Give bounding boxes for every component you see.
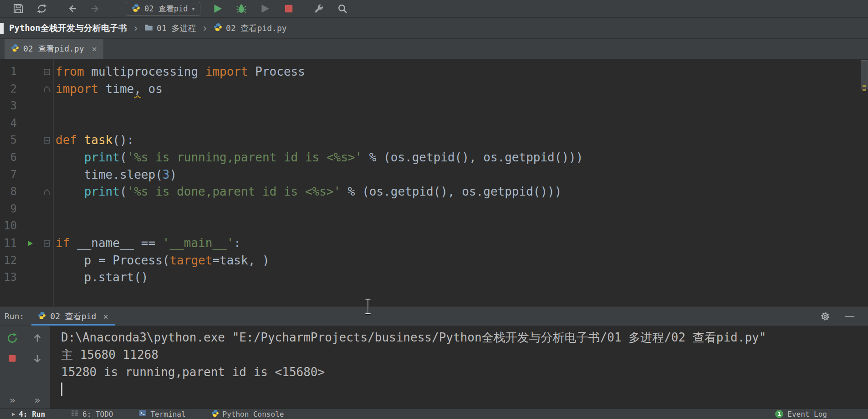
editor[interactable]: 1from multiprocessing import Process2imp… [0, 59, 868, 306]
line-number[interactable]: 8 [0, 183, 20, 201]
line-number[interactable]: 4 [0, 115, 20, 132]
debug-button[interactable] [235, 2, 248, 15]
code-line[interactable]: 13 p.start() [0, 269, 868, 286]
breadcrumb-folder[interactable]: 01 多进程 [144, 23, 196, 34]
warning-stripe-mark[interactable] [863, 85, 866, 87]
code-text[interactable]: print('%s is done,parent id is <%s>' % (… [54, 183, 562, 201]
console-line[interactable]: 主 15680 11268 [61, 346, 868, 363]
code-line[interactable]: 1from multiprocessing import Process [0, 63, 868, 81]
minimize-button[interactable]: — [843, 310, 856, 323]
run-line-icon[interactable] [20, 235, 40, 252]
code-text[interactable]: p = Process(target=task, ) [54, 252, 270, 269]
line-number[interactable]: 13 [0, 269, 20, 286]
console-caret-line[interactable] [61, 381, 868, 398]
code-text[interactable]: print('%s is running,parent id is <%s>' … [54, 149, 583, 166]
event-log-area[interactable]: 1 Event Log [775, 410, 827, 419]
breadcrumb-project[interactable]: Python全栈开发与分析电子书 [9, 22, 127, 34]
code-text[interactable] [54, 201, 56, 218]
editor-tab[interactable]: 02 查看pid.py × [5, 39, 103, 59]
code-line[interactable]: 5def task(): [0, 132, 868, 149]
run-button[interactable] [211, 2, 224, 15]
code-line[interactable]: 12 p = Process(target=task, ) [0, 252, 868, 269]
line-number[interactable]: 3 [0, 98, 20, 115]
console-output[interactable]: D:\Anaconda3\python.exe "E:/PycharmProje… [50, 326, 868, 409]
fold-start-icon[interactable] [40, 63, 54, 81]
warning-stripe-mark[interactable] [863, 89, 866, 91]
settings-wrench-button[interactable] [312, 2, 325, 15]
run-panel-title: Run: [0, 311, 31, 321]
line-number[interactable]: 12 [0, 252, 20, 269]
run-coverage-button[interactable] [259, 2, 271, 15]
code-text[interactable]: time.sleep(3) [54, 166, 177, 184]
code-token [77, 133, 84, 147]
code-text[interactable]: p.start() [54, 269, 148, 286]
fold-space [40, 269, 54, 286]
more-actions-chevron[interactable]: » [10, 394, 15, 406]
rerun-button[interactable] [6, 332, 18, 344]
code-line[interactable]: 6 print('%s is running,parent id is <%s>… [0, 149, 868, 166]
breadcrumb-project-label: Python全栈开发与分析电子书 [9, 22, 127, 34]
line-number[interactable]: 10 [0, 217, 20, 235]
stop-button[interactable] [282, 2, 295, 15]
gutter-space [20, 115, 40, 132]
pycharm-window: 02 查看pid ▼ Python全栈开发与分析电子书 › 01 多进程 [0, 0, 868, 419]
search-everywhere-button[interactable] [336, 2, 349, 15]
line-number[interactable]: 5 [0, 132, 20, 149]
up-stack-button[interactable] [31, 332, 43, 344]
back-button[interactable] [66, 2, 78, 15]
code-line[interactable]: 7 time.sleep(3) [0, 166, 868, 184]
toolwindow-button-todo[interactable]: 6: TODO [71, 409, 113, 419]
code-line[interactable]: 3 [0, 98, 868, 115]
close-icon[interactable]: × [103, 311, 108, 321]
synchronize-button[interactable] [36, 2, 48, 15]
console-line[interactable]: D:\Anaconda3\python.exe "E:/PycharmProje… [61, 329, 868, 346]
line-number[interactable]: 9 [0, 201, 20, 218]
code-line[interactable]: 2import time, os [0, 81, 868, 98]
code-lines: 1from multiprocessing import Process2imp… [0, 59, 868, 286]
code-token: =task, ) [212, 253, 269, 267]
console-line[interactable]: 15280 is running,parent id is <15680> [61, 363, 868, 381]
toolwindow-button-run[interactable]: ▶ 4: Run [12, 410, 45, 419]
code-text[interactable] [54, 115, 56, 132]
code-line[interactable]: 8 print('%s is done,parent id is <%s>' %… [0, 183, 868, 201]
code-text[interactable] [54, 98, 56, 115]
toolwindow-button-python-console[interactable]: Python Console [211, 409, 284, 419]
code-token: 3 [163, 168, 170, 181]
down-stack-button[interactable] [31, 352, 43, 364]
line-number[interactable]: 2 [0, 81, 20, 98]
code-token: Process [248, 65, 305, 78]
save-all-button[interactable] [12, 2, 25, 15]
stop-process-button[interactable] [6, 352, 18, 364]
breadcrumb-file[interactable]: 02 查看pid.py [214, 23, 287, 34]
code-text[interactable] [54, 217, 56, 235]
code-line[interactable]: 10 [0, 217, 868, 235]
code-text[interactable]: def task(): [54, 132, 134, 149]
line-number[interactable]: 1 [0, 63, 20, 81]
code-text[interactable]: import time, os [54, 81, 163, 98]
code-line[interactable]: 4 [0, 115, 868, 132]
fold-start-icon[interactable] [40, 132, 54, 149]
run-config-selector[interactable]: 02 查看pid ▼ [126, 2, 200, 16]
toolwindow-button-terminal[interactable]: Terminal [138, 409, 185, 419]
settings-gear-button[interactable] [819, 310, 832, 323]
fold-start-icon[interactable] [40, 235, 54, 252]
code-text[interactable]: if __name__ == '__main__': [54, 235, 241, 252]
code-text[interactable]: from multiprocessing import Process [54, 63, 305, 81]
forward-button[interactable] [89, 2, 102, 15]
line-number[interactable]: 11 [0, 235, 20, 252]
fold-end-icon[interactable] [40, 183, 54, 201]
close-icon[interactable]: × [92, 44, 97, 54]
arrow-up-icon [32, 333, 43, 344]
more-actions-chevron[interactable]: » [34, 394, 40, 406]
line-number[interactable]: 7 [0, 166, 20, 184]
run-tab-label: 02 查看pid [50, 311, 96, 322]
code-line[interactable]: 9 [0, 201, 868, 218]
code-token: print [84, 150, 120, 164]
fold-end-icon[interactable] [40, 81, 54, 98]
stop-icon [283, 3, 294, 14]
todo-list-icon [71, 409, 79, 419]
code-token: ) [169, 168, 177, 181]
line-number[interactable]: 6 [0, 149, 20, 166]
code-line[interactable]: 11if __name__ == '__main__': [0, 235, 868, 252]
run-tab[interactable]: 02 查看pid × [31, 307, 114, 326]
